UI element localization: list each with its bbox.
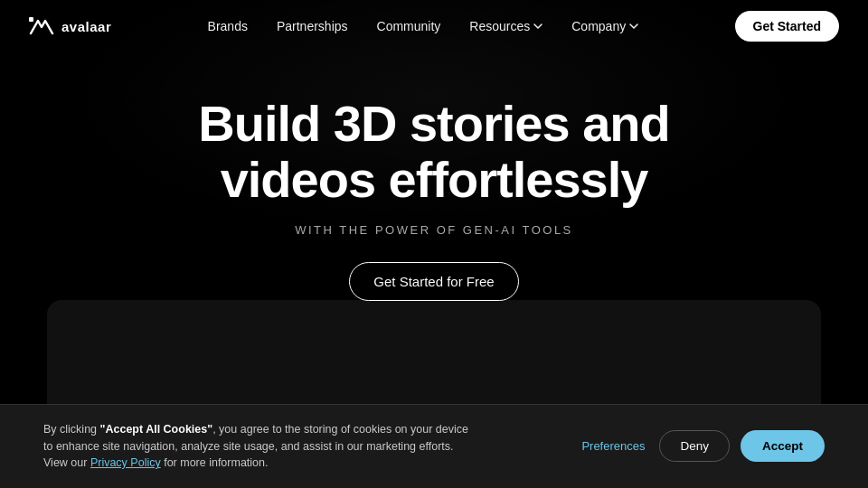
hero-cta-button[interactable]: Get Started for Free [349,262,518,301]
nav-resources[interactable]: Resources [469,19,542,33]
hero-section: Build 3D stories and videos effortlessly… [0,52,868,301]
navbar: avalaar Brands Partnerships Community Re… [0,0,868,52]
nav-partnerships[interactable]: Partnerships [277,19,348,33]
logo-icon [29,17,54,35]
resources-chevron-icon [533,22,542,31]
svg-rect-0 [29,17,33,22]
nav-brands[interactable]: Brands [208,19,248,33]
cookie-bold-text: "Accept All Cookies" [100,423,213,436]
company-chevron-icon [629,22,638,31]
cookie-actions: Preferences Deny Accept [578,430,825,462]
nav-links: Brands Partnerships Community Resources … [208,19,639,33]
nav-company[interactable]: Company [571,19,638,33]
nav-get-started-button[interactable]: Get Started [735,11,839,42]
logo[interactable]: avalaar [29,17,111,35]
hero-subtitle: WITH THE POWER OF GEN-AI TOOLS [295,223,573,237]
hero-title: Build 3D stories and videos effortlessly [127,96,741,207]
cookie-privacy-link[interactable]: Privacy Policy [90,456,161,469]
cookie-text-end: for more information. [161,456,269,469]
cookie-accept-button[interactable]: Accept [741,430,825,462]
cookie-banner: By clicking "Accept All Cookies", you ag… [0,404,868,488]
nav-community[interactable]: Community [377,19,441,33]
cookie-text: By clicking "Accept All Cookies", you ag… [43,421,477,472]
cookie-deny-button[interactable]: Deny [659,430,730,462]
logo-text: avalaar [61,19,111,34]
cookie-preferences-button[interactable]: Preferences [578,439,648,453]
